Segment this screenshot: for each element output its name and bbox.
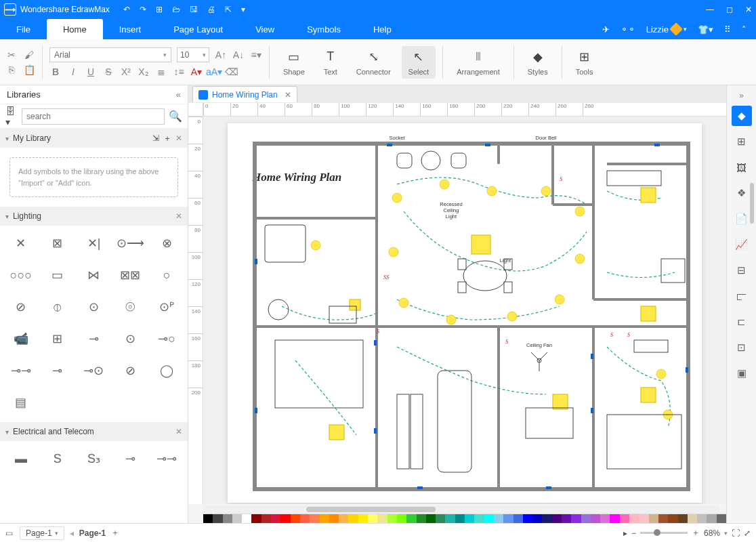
symbol-item[interactable]: [76, 388, 112, 417]
color-swatch[interactable]: [532, 514, 542, 523]
copy-icon[interactable]: ⎘: [5, 64, 18, 75]
color-swatch[interactable]: [232, 514, 242, 523]
color-swatch[interactable]: [291, 514, 300, 523]
color-swatch[interactable]: [320, 514, 329, 523]
menu-page-layout[interactable]: Page Layout: [157, 19, 239, 39]
font-color-icon[interactable]: A▾: [190, 66, 203, 77]
page-view-icon[interactable]: ▭: [5, 528, 13, 538]
symbol-item[interactable]: ⊘: [3, 292, 39, 322]
close-section-icon[interactable]: ✕: [175, 211, 182, 221]
my-library-header[interactable]: ▾ My Library ⇲ ＋ ✕: [0, 129, 188, 148]
user-menu[interactable]: Lizzie ▾: [646, 24, 687, 35]
color-swatch[interactable]: [223, 514, 232, 523]
symbol-item[interactable]: ⊙: [112, 324, 148, 354]
image-panel-icon[interactable]: 🖼: [732, 157, 752, 178]
color-swatch[interactable]: [688, 514, 697, 523]
symbol-item[interactable]: ⊞: [39, 324, 76, 354]
fit-page-icon[interactable]: ⛶: [732, 528, 740, 538]
new-icon[interactable]: ⊞: [156, 5, 163, 14]
symbol-item[interactable]: ⊸⊸: [148, 444, 185, 474]
library-search-input[interactable]: [22, 108, 165, 125]
arrangement-tool[interactable]: ⫴Arrangement: [450, 46, 507, 79]
symbol-item[interactable]: ⊸: [39, 356, 76, 385]
subscript-icon[interactable]: X₂: [138, 66, 150, 77]
symbol-item[interactable]: ▬: [3, 444, 39, 474]
minimize-button[interactable]: —: [706, 5, 714, 14]
color-swatch[interactable]: [542, 514, 551, 523]
page-selector[interactable]: Page-1▾: [20, 526, 64, 540]
open-icon[interactable]: 🗁: [172, 5, 180, 14]
align-icon[interactable]: ≡▾: [250, 49, 262, 60]
color-swatch[interactable]: [678, 514, 688, 523]
undo-icon[interactable]: ↶: [123, 5, 130, 14]
import-icon[interactable]: ⇲: [152, 133, 159, 143]
color-swatch[interactable]: [649, 514, 658, 523]
menu-insert[interactable]: Insert: [103, 19, 158, 39]
color-swatch[interactable]: [436, 514, 445, 523]
symbol-item[interactable]: ⊠⊠: [112, 260, 148, 290]
color-swatch[interactable]: [513, 514, 523, 523]
symbol-item[interactable]: S: [39, 444, 76, 474]
menu-home[interactable]: Home: [47, 19, 103, 39]
color-swatch[interactable]: [377, 514, 387, 523]
underline-icon[interactable]: U: [85, 66, 97, 77]
redo-icon[interactable]: ↷: [140, 5, 146, 14]
theme-panel-icon[interactable]: ◆: [732, 106, 752, 126]
color-swatch[interactable]: [600, 514, 610, 523]
menu-symbols[interactable]: Symbols: [291, 19, 357, 39]
color-swatch[interactable]: [503, 514, 513, 523]
close-button[interactable]: ✕: [745, 5, 752, 14]
strikethrough-icon[interactable]: S: [102, 66, 114, 77]
color-swatch[interactable]: [474, 514, 484, 523]
close-section-icon[interactable]: ✕: [175, 427, 182, 436]
symbol-item[interactable]: ⊙⟶: [112, 228, 148, 258]
color-swatch[interactable]: [406, 514, 416, 523]
connector-tool[interactable]: ⤡Connector: [350, 46, 398, 79]
color-swatch[interactable]: [581, 514, 591, 523]
symbol-item[interactable]: [39, 388, 76, 417]
color-swatch[interactable]: [707, 514, 716, 523]
grid-panel-icon[interactable]: ⊞: [732, 131, 752, 152]
color-swatch[interactable]: [271, 514, 280, 523]
layers-panel-icon[interactable]: ❖: [732, 183, 752, 203]
symbol-item[interactable]: ⊗: [148, 228, 185, 258]
highlight-icon[interactable]: aA▾: [208, 66, 220, 77]
close-tab-icon[interactable]: ✕: [285, 90, 291, 100]
styles-tool[interactable]: ◆Styles: [521, 46, 555, 79]
add-page-icon[interactable]: ＋: [111, 527, 119, 539]
close-section-icon[interactable]: ✕: [175, 133, 182, 143]
color-swatch[interactable]: [484, 514, 494, 523]
table-panel-icon[interactable]: ⊟: [732, 260, 752, 280]
fullscreen-icon[interactable]: ⤢: [744, 528, 751, 538]
color-swatch[interactable]: [358, 514, 368, 523]
tools-tool[interactable]: ⊞Tools: [569, 46, 600, 79]
symbol-item[interactable]: ▭: [39, 260, 76, 290]
color-swatch[interactable]: [280, 514, 290, 523]
symbol-item[interactable]: ⊠: [39, 228, 76, 258]
symbol-item[interactable]: ✕|: [76, 228, 112, 258]
color-swatch[interactable]: [523, 514, 532, 523]
color-swatch[interactable]: [397, 514, 406, 523]
chart-panel-icon[interactable]: 📈: [732, 234, 752, 255]
horizontal-scrollbar[interactable]: [203, 505, 719, 514]
color-swatch[interactable]: [455, 514, 465, 523]
symbol-item[interactable]: ⊸: [112, 444, 148, 474]
color-swatch[interactable]: [387, 514, 397, 523]
color-swatch[interactable]: [562, 514, 571, 523]
symbol-item[interactable]: 📹: [3, 324, 39, 354]
share-icon[interactable]: ⚬⚬: [621, 24, 635, 35]
align-panel-icon[interactable]: ⫍: [732, 286, 752, 306]
symbol-item[interactable]: ⊸⊙: [76, 356, 112, 385]
color-swatch[interactable]: [571, 514, 581, 523]
play-icon[interactable]: ▸: [623, 528, 627, 538]
color-swatch[interactable]: [348, 514, 358, 523]
collapse-ribbon-icon[interactable]: ˄: [742, 24, 747, 35]
font-size-combo[interactable]: 10▾: [177, 47, 209, 62]
italic-icon[interactable]: I: [67, 66, 79, 77]
menu-view[interactable]: View: [239, 19, 291, 39]
symbol-item[interactable]: [148, 388, 185, 417]
collapse-right-icon[interactable]: »: [739, 91, 744, 104]
symbol-item[interactable]: ⊘: [112, 356, 148, 385]
maximize-button[interactable]: ◻: [726, 5, 733, 14]
document-tab[interactable]: Home Wiring Plan ✕: [192, 86, 297, 102]
